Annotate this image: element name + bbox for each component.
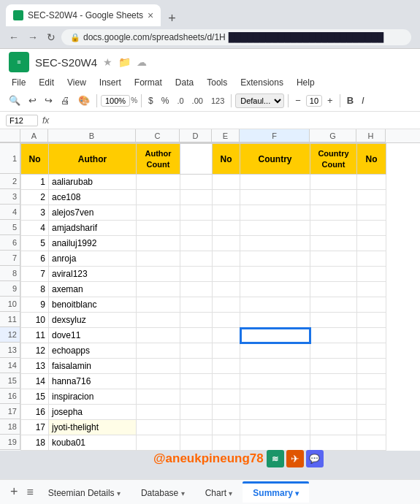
tab-chart[interactable]: Chart ▾: [195, 482, 243, 503]
cell-h4[interactable]: [357, 205, 386, 221]
cell-f18[interactable]: [240, 420, 310, 435]
cell-g8[interactable]: [310, 267, 357, 282]
menu-extensions[interactable]: Extensions: [234, 75, 289, 90]
cell-c12[interactable]: [137, 328, 180, 343]
cell-e14[interactable]: [213, 359, 240, 374]
cell-a2[interactable]: 1: [21, 175, 49, 190]
cell-g11[interactable]: [310, 313, 357, 328]
cell-reference-input[interactable]: [6, 115, 38, 126]
cell-c15[interactable]: [137, 374, 180, 389]
paint-format-button[interactable]: 🎨: [75, 93, 93, 107]
cell-d7[interactable]: [180, 251, 213, 267]
cell-c8[interactable]: [137, 267, 180, 282]
cell-e6[interactable]: [213, 236, 240, 251]
row-num-14[interactable]: 14: [0, 358, 20, 373]
cell-h17[interactable]: [357, 405, 386, 420]
cell-d17[interactable]: [180, 405, 213, 420]
cell-f15[interactable]: [240, 374, 310, 389]
cell-d8[interactable]: [180, 267, 213, 282]
cell-c13[interactable]: [137, 343, 180, 359]
cell-b16[interactable]: inspiracion: [49, 389, 137, 405]
cell-a7[interactable]: 6: [21, 251, 49, 267]
percent-button[interactable]: %: [159, 94, 172, 107]
cell-d19[interactable]: [180, 435, 213, 451]
cell-a6[interactable]: 5: [21, 236, 49, 251]
font-size-minus[interactable]: −: [292, 93, 304, 107]
cell-c7[interactable]: [137, 251, 180, 267]
italic-button[interactable]: I: [359, 93, 367, 107]
cell-e3[interactable]: [213, 190, 240, 205]
cell-c17[interactable]: [137, 405, 180, 420]
cell-h8[interactable]: [357, 267, 386, 282]
row-num-9[interactable]: 9: [0, 281, 20, 297]
decimal1-button[interactable]: .0: [174, 95, 186, 107]
font-size-plus[interactable]: +: [324, 93, 336, 107]
cell-f3[interactable]: [240, 190, 310, 205]
cell-f9[interactable]: [240, 282, 310, 297]
cell-f10[interactable]: [240, 297, 310, 313]
cell-f12-selected[interactable]: [240, 328, 310, 343]
cell-f16[interactable]: [240, 389, 310, 405]
header-country[interactable]: Country: [240, 144, 310, 175]
cell-a4[interactable]: 3: [21, 205, 49, 221]
cell-h3[interactable]: [357, 190, 386, 205]
cell-c5[interactable]: [137, 221, 180, 236]
forward-button[interactable]: →: [25, 30, 41, 45]
cell-h12[interactable]: [357, 328, 386, 343]
row-num-8[interactable]: 8: [0, 266, 20, 281]
bold-button[interactable]: B: [344, 93, 356, 107]
cell-h9[interactable]: [357, 282, 386, 297]
cell-d11[interactable]: [180, 313, 213, 328]
cell-g6[interactable]: [310, 236, 357, 251]
col-header-f[interactable]: F: [240, 129, 310, 142]
cell-g5[interactable]: [310, 221, 357, 236]
menu-help[interactable]: Help: [291, 75, 321, 90]
cell-h11[interactable]: [357, 313, 386, 328]
cell-a10[interactable]: 9: [21, 297, 49, 313]
tab-steemian-details[interactable]: Steemian Details ▾: [38, 482, 131, 503]
cell-a9[interactable]: 8: [21, 282, 49, 297]
cell-g4[interactable]: [310, 205, 357, 221]
menu-file[interactable]: File: [6, 75, 31, 90]
cell-d6[interactable]: [180, 236, 213, 251]
menu-insert[interactable]: Insert: [93, 75, 127, 90]
cell-h7[interactable]: [357, 251, 386, 267]
cell-e7[interactable]: [213, 251, 240, 267]
cell-a11[interactable]: 10: [21, 313, 49, 328]
cell-d4[interactable]: [180, 205, 213, 221]
cell-f11[interactable]: [240, 313, 310, 328]
menu-edit[interactable]: Edit: [33, 75, 60, 90]
cell-g14[interactable]: [310, 359, 357, 374]
cell-d15[interactable]: [180, 374, 213, 389]
cell-a8[interactable]: 7: [21, 267, 49, 282]
row-num-3[interactable]: 3: [0, 189, 20, 205]
col-header-b[interactable]: B: [48, 129, 136, 142]
cell-g9[interactable]: [310, 282, 357, 297]
cell-a15[interactable]: 14: [21, 374, 49, 389]
undo-button[interactable]: ↩: [26, 93, 39, 107]
cell-b15[interactable]: hanna716: [49, 374, 137, 389]
cell-e15[interactable]: [213, 374, 240, 389]
col-header-e[interactable]: E: [212, 129, 240, 142]
cell-c3[interactable]: [137, 190, 180, 205]
cell-h15[interactable]: [357, 374, 386, 389]
cell-g17[interactable]: [310, 405, 357, 420]
row-num-17[interactable]: 17: [0, 404, 20, 419]
cell-f14[interactable]: [240, 359, 310, 374]
header-country-count[interactable]: CountryCount: [310, 144, 357, 175]
cell-e5[interactable]: [213, 221, 240, 236]
cell-b7[interactable]: anroja: [49, 251, 137, 267]
add-sheet-button[interactable]: +: [6, 484, 23, 500]
row-num-18[interactable]: 18: [0, 419, 20, 435]
cell-h10[interactable]: [357, 297, 386, 313]
cell-b19[interactable]: kouba01: [49, 435, 137, 451]
cell-f5[interactable]: [240, 221, 310, 236]
row-num-12[interactable]: 12: [0, 327, 20, 343]
zoom-display[interactable]: 100%: [101, 95, 130, 107]
cell-g12[interactable]: [310, 328, 357, 343]
cell-e18[interactable]: [213, 420, 240, 435]
cell-f6[interactable]: [240, 236, 310, 251]
decimal2-button[interactable]: .00: [189, 95, 206, 107]
col-header-d[interactable]: D: [180, 129, 212, 142]
cell-e10[interactable]: [213, 297, 240, 313]
